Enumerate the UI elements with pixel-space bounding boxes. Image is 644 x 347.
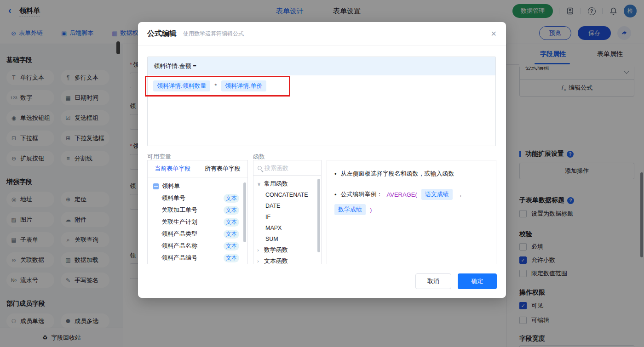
bullet: • [334, 191, 337, 198]
function-item[interactable]: IF [253, 211, 321, 222]
bullet: • [334, 171, 337, 177]
function-search[interactable] [253, 160, 321, 176]
app-root: ‹ 领料单 表单设计 表单设置 数据管理 ? [0, 0, 644, 347]
example-chip-math-score: 数学成绩 [334, 204, 366, 215]
tab-current-form-fields[interactable]: 当前表单字段 [148, 160, 198, 177]
functions-scrollbar-thumb[interactable] [317, 179, 320, 252]
formula-token-price[interactable]: 领料详情.单价 [221, 80, 266, 91]
example-function-open: AVERAGE( [387, 191, 417, 198]
function-item[interactable]: DATE [253, 200, 321, 211]
chevron-right-icon: › [257, 258, 262, 264]
close-icon[interactable]: ✕ [491, 29, 497, 38]
type-badge: 文本 [224, 206, 239, 215]
function-search-input[interactable] [264, 165, 310, 171]
formula-target: 领料详情.金额 = [148, 57, 495, 75]
function-group-text[interactable]: ›文本函数 [253, 256, 321, 264]
tip-line-2: • 公式编辑举例：AVERAGE( 语文成绩 ， 数学成绩 ) [334, 189, 489, 215]
variable-row[interactable]: 关联生产计划文本 [148, 216, 247, 228]
variable-row[interactable]: 关联加工单号文本 [148, 204, 247, 216]
example-function-close: ) [370, 206, 372, 213]
type-badge: 文本 [224, 218, 239, 227]
functions-panel: ∨常用函数 CONCATENATE DATE IF MAPX SUM ›数学函数… [253, 160, 322, 264]
variables-panel: 当前表单字段 所有表单字段 领料单 领料单号文本 关联加工单号文本 关联生产计划… [147, 160, 248, 264]
variable-row[interactable]: 领料产品类型文本 [148, 228, 247, 240]
function-group-common[interactable]: ∨常用函数 [253, 178, 321, 189]
variable-row[interactable]: 领料产品名称文本 [148, 240, 247, 252]
cancel-button[interactable]: 取消 [415, 273, 451, 289]
modal-title: 公式编辑 [147, 29, 177, 39]
variables-scrollbar-thumb[interactable] [243, 182, 246, 242]
type-badge: 文本 [224, 230, 239, 239]
formula-operator: * [214, 82, 217, 89]
type-badge: 文本 [224, 242, 239, 250]
modal-header: 公式编辑 使用数学运算符编辑公式 ✕ [138, 22, 506, 46]
variables-tabs: 当前表单字段 所有表单字段 [148, 160, 247, 177]
formula-editor-box: 领料详情.金额 = 领料详情.领料数量 * 领料详情.单价 [147, 57, 496, 146]
modal-subtitle: 使用数学运算符编辑公式 [183, 30, 244, 38]
function-group-math[interactable]: ›数学函数 [253, 245, 321, 256]
type-badge: 文本 [224, 254, 239, 262]
formula-input-area[interactable]: 领料详情.领料数量 * 领料详情.单价 [148, 75, 495, 97]
formula-tips-panel: • 从左侧面板选择字段名和函数，或输入函数 • 公式编辑举例：AVERAGE( … [327, 160, 496, 264]
example-comma: ， [458, 190, 464, 199]
formula-token-quantity[interactable]: 领料详情.领料数量 [153, 80, 210, 91]
function-item[interactable]: CONCATENATE [253, 189, 321, 200]
form-doc-icon [153, 183, 159, 189]
tip-line-1: • 从左侧面板选择字段名和函数，或输入函数 [334, 170, 489, 178]
confirm-button[interactable]: 确定 [458, 273, 497, 289]
tab-all-form-fields[interactable]: 所有表单字段 [198, 160, 248, 177]
function-item[interactable]: MAPX [253, 222, 321, 233]
type-badge: 文本 [224, 194, 239, 203]
example-chip-chinese-score: 语文成绩 [421, 189, 453, 200]
formula-editor-modal: 公式编辑 使用数学运算符编辑公式 ✕ 领料详情.金额 = 领料详情.领料数量 *… [138, 22, 506, 298]
variable-row[interactable]: 领料单号文本 [148, 192, 247, 204]
variables-tree-root[interactable]: 领料单 [148, 177, 247, 192]
chevron-right-icon: › [257, 247, 262, 253]
chevron-down-icon: ∨ [257, 181, 262, 187]
function-item[interactable]: SUM [253, 233, 321, 245]
variable-row[interactable]: 领料产品编号文本 [148, 252, 247, 264]
search-icon [258, 166, 262, 170]
